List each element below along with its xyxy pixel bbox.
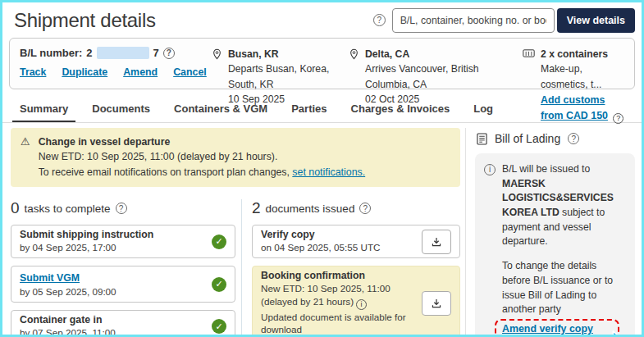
top-bar: Shipment details ? View details xyxy=(2,2,642,36)
task-complete-check-icon: ✓ xyxy=(212,319,226,334)
tasks-heading: 0 tasks to complete ? xyxy=(11,199,235,217)
bl-number-line: B/L number: 2 7 ? xyxy=(20,47,212,59)
change-paragraph: To change the details before B/L issuanc… xyxy=(502,259,626,317)
bill-of-lading-header: Bill of Lading ? xyxy=(475,128,635,153)
issuance-prefix: B/L will be issued to xyxy=(502,163,590,175)
download-icon xyxy=(431,298,442,309)
destination-detail: Arrives Vancouver, British Columbia, CA xyxy=(365,61,523,92)
documents-help-icon[interactable]: ? xyxy=(359,203,371,214)
tab-parties[interactable]: Parties xyxy=(284,95,334,122)
bl-number-suffix: 7 xyxy=(153,47,159,59)
containers-count: 2 x containers xyxy=(541,47,624,61)
customs-help-icon[interactable]: ? xyxy=(613,113,623,124)
document-title: Verify copy xyxy=(261,229,415,240)
bill-of-lading-text: B/L will be issued to MAERSK LOGISTICS&S… xyxy=(502,162,626,337)
task-due: by 05 Sep 2025, 09:00 xyxy=(20,285,205,298)
location-pin-icon xyxy=(349,48,359,80)
download-button[interactable] xyxy=(422,291,451,316)
bl-number-column: B/L number: 2 7 ? Track Duplicate Amend … xyxy=(20,47,212,80)
shipment-details-page: Shipment details ? View details B/L numb… xyxy=(0,0,644,337)
container-icon xyxy=(523,48,535,80)
document-row: Booking confirmation New ETD: 10 Sep 202… xyxy=(252,266,460,337)
bl-number-label: B/L number: xyxy=(20,47,82,59)
set-notifications-link[interactable]: set notifications. xyxy=(292,166,365,178)
cancel-link[interactable]: Cancel xyxy=(173,66,207,78)
tab-documents[interactable]: Documents xyxy=(84,95,158,122)
task-due: by 04 Sep 2025, 17:00 xyxy=(20,241,205,254)
download-icon xyxy=(431,236,442,248)
alert-title: Change in vessel departure xyxy=(39,134,366,149)
tasks-help-icon[interactable]: ? xyxy=(116,203,127,214)
bill-of-lading-title: Bill of Lading xyxy=(495,132,560,145)
task-title: Submit shipping instruction xyxy=(20,229,205,240)
containers-details: 2 x containers Make-up, cosmetics, t... … xyxy=(541,47,624,80)
cursor-pointer-icon xyxy=(607,329,629,337)
task-row: Container gate in by 07 Sep 2025, 11:00 … xyxy=(11,310,235,337)
document-icon xyxy=(477,133,487,145)
bill-of-lading-help-icon[interactable]: ? xyxy=(568,133,579,144)
origin-city: Busan, KR xyxy=(228,47,349,61)
task-complete-check-icon: ✓ xyxy=(212,235,226,249)
documents-heading: 2 documents issued ? xyxy=(252,199,460,217)
search-help-icon[interactable]: ? xyxy=(373,14,386,26)
document-date: on 04 Sep 2025, 05:55 UTC xyxy=(261,241,415,254)
track-link[interactable]: Track xyxy=(20,66,46,78)
amend-verify-copy-link[interactable]: Amend verify copy xyxy=(502,323,593,335)
document-title: Booking confirmation xyxy=(261,270,415,281)
destination-city: Delta, CA xyxy=(365,47,523,61)
documents-count: 2 xyxy=(252,199,261,217)
task-title: Container gate in xyxy=(20,314,205,326)
origin-column: Busan, KR Departs Busan, Korea, South, K… xyxy=(212,47,349,80)
alert-line1: New ETD: 10 Sep 2025, 11:00 (delayed by … xyxy=(39,149,366,164)
view-details-button[interactable]: View details xyxy=(557,8,635,33)
containers-desc: Make-up, cosmetics, t... xyxy=(541,61,624,92)
vessel-departure-alert: ⚠ Change in vessel departure New ETD: 10… xyxy=(11,128,460,187)
origin-detail: Departs Busan, Korea, South, KR xyxy=(228,61,349,92)
destination-column: Delta, CA Arrives Vancouver, British Col… xyxy=(349,47,523,80)
issuance-paragraph: B/L will be issued to MAERSK LOGISTICS&S… xyxy=(502,162,626,249)
add-customs-link[interactable]: Add customs from CAD 150 xyxy=(541,94,608,121)
page-title: Shipment details xyxy=(14,9,373,32)
tab-containers-vgm[interactable]: Containers & VGM xyxy=(167,95,275,122)
alert-line2: To receive email notifications on transp… xyxy=(39,165,366,180)
tab-summary[interactable]: Summary xyxy=(12,95,75,122)
task-row: Submit VGM by 05 Sep 2025, 09:00 ✓ xyxy=(11,266,235,303)
tab-log[interactable]: Log xyxy=(466,95,500,122)
documents-title: documents issued xyxy=(266,203,355,215)
alert-body: Change in vessel departure New ETD: 10 S… xyxy=(39,134,366,180)
alert-line2-text: To receive email notifications on transp… xyxy=(39,166,290,178)
document-row: Verify copy on 04 Sep 2025, 05:55 UTC xyxy=(252,225,460,258)
bl-number-redacted xyxy=(97,47,149,59)
origin-details: Busan, KR Departs Busan, Korea, South, K… xyxy=(228,47,349,80)
bl-number-help-icon[interactable]: ? xyxy=(163,48,175,59)
tasks-count: 0 xyxy=(11,199,20,217)
amend-verify-copy-highlight: Amend verify copy xyxy=(495,319,619,337)
tab-charges-invoices[interactable]: Charges & Invoices xyxy=(344,95,458,122)
task-complete-check-icon: ✓ xyxy=(212,277,226,292)
location-pin-icon xyxy=(212,48,222,80)
bill-of-lading-card: i B/L will be issued to MAERSK LOGISTICS… xyxy=(475,153,635,337)
bl-info-bar: B/L number: 2 7 ? Track Duplicate Amend … xyxy=(9,38,635,89)
document-update-note: Updated document is available for downlo… xyxy=(261,311,415,337)
duplicate-link[interactable]: Duplicate xyxy=(62,66,107,78)
submit-vgm-link[interactable]: Submit VGM xyxy=(20,272,80,284)
etd-info-icon[interactable]: i xyxy=(356,299,367,310)
bl-number-prefix: 2 xyxy=(86,47,92,59)
documents-section: 2 documents issued ? Verify copy on 04 S… xyxy=(241,199,460,337)
amend-link[interactable]: Amend xyxy=(123,66,158,78)
tasks-title: tasks to complete xyxy=(25,203,111,215)
document-etd-text: New ETD: 10 Sep 2025, 11:00 (delayed by … xyxy=(261,283,391,307)
destination-details: Delta, CA Arrives Vancouver, British Col… xyxy=(365,47,523,80)
content-area: ⚠ Change in vessel departure New ETD: 10… xyxy=(2,123,642,337)
search-input[interactable] xyxy=(392,8,555,33)
document-etd: New ETD: 10 Sep 2025, 11:00 (delayed by … xyxy=(261,282,415,309)
download-button[interactable] xyxy=(422,230,451,254)
tasks-section: 0 tasks to complete ? Submit shipping in… xyxy=(11,199,241,337)
warning-icon: ⚠ xyxy=(21,134,30,180)
bill-of-lading-panel: Bill of Lading ? i B/L will be issued to… xyxy=(465,128,635,337)
main-column: ⚠ Change in vessel departure New ETD: 10… xyxy=(9,128,464,337)
info-icon: i xyxy=(484,164,496,175)
bl-actions: Track Duplicate Amend Cancel xyxy=(20,66,212,78)
task-row: Submit shipping instruction by 04 Sep 20… xyxy=(11,225,235,258)
task-due: by 07 Sep 2025, 11:00 xyxy=(20,326,205,337)
